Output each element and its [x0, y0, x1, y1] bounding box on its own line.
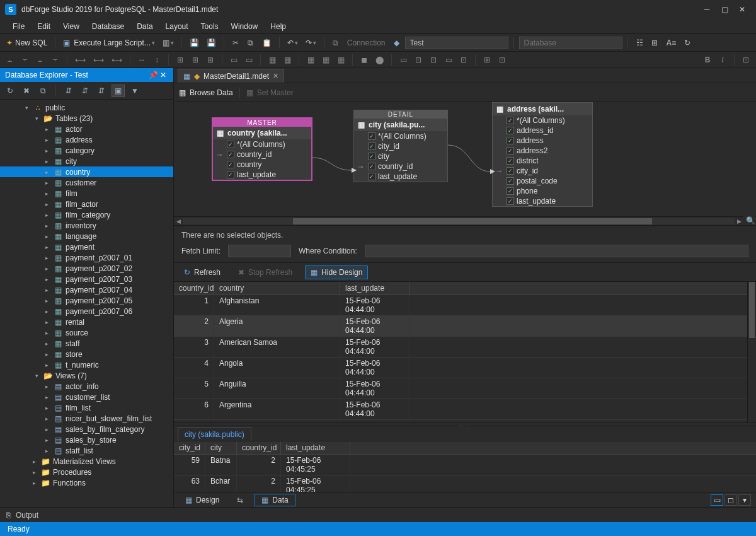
detail-tab[interactable]: city (sakila.public) [178, 427, 251, 441]
panel-close-icon[interactable]: ✕ [158, 71, 168, 79]
refresh-toolbar-icon[interactable]: ↻ [681, 37, 694, 49]
layout-tool-1[interactable]: ⫟ [19, 54, 32, 66]
layout-tool-14[interactable]: ⊞ [204, 54, 217, 66]
maximize-button[interactable]: ▢ [716, 3, 733, 16]
explorer-delete-icon[interactable]: ✖ [20, 84, 33, 97]
entity-country[interactable]: MASTER▦country (sakila...✓*(All Columns)… [212, 117, 312, 181]
layout-tool-30[interactable]: ⊡ [412, 54, 425, 66]
menu-help[interactable]: Help [264, 20, 292, 33]
swap-tab-button[interactable]: ⇆ [231, 494, 249, 506]
explorer-copy-icon[interactable]: ⧉ [37, 84, 49, 97]
entity-city[interactable]: DETAIL▦city (sakila.pu...✓*(All Columns)… [353, 110, 448, 182]
table-row[interactable]: 5Anguilla15-Feb-06 04:44:00 [174, 378, 756, 399]
tree-table-payment_p2007_05[interactable]: ▸▦payment_p2007_05 [0, 295, 173, 306]
database-select[interactable] [519, 37, 622, 49]
tree-view-actor_info[interactable]: ▸▤actor_info [0, 381, 173, 392]
toolbar-dropdown-1[interactable]: ▥ [160, 37, 176, 49]
tool-icon-2[interactable]: ⊞ [648, 37, 661, 49]
tree-table-address[interactable]: ▸▦address [0, 134, 173, 145]
layout-tool-16[interactable]: ▭ [227, 54, 240, 66]
save-icon[interactable]: 💾 [187, 37, 202, 49]
copy-icon[interactable]: ⧉ [244, 37, 257, 49]
tool-icon-3[interactable]: A≡ [663, 37, 679, 49]
tree-table-payment_p2007_03[interactable]: ▸▦payment_p2007_03 [0, 274, 173, 284]
explorer-filter-icon[interactable]: ▼ [129, 84, 141, 97]
layout-tool-3[interactable]: ⫟ [49, 54, 62, 66]
layout-tool-24[interactable]: ▦ [335, 54, 347, 66]
entity-col-address[interactable]: ✓address [493, 136, 592, 146]
cut-icon[interactable]: ✂ [229, 37, 242, 49]
stop-refresh-button[interactable]: ✖Stop Refresh [233, 266, 297, 279]
scroll-thumb[interactable] [293, 218, 651, 224]
zoom-find-icon[interactable]: 🔍 [745, 216, 756, 225]
data-tab[interactable]: ▦Data [255, 494, 295, 506]
layout-tool-9[interactable]: ↔ [135, 54, 148, 66]
explorer-tree1-icon[interactable]: ⇵ [62, 84, 75, 97]
tree-view-customer_list[interactable]: ▸▤customer_list [0, 392, 173, 402]
layout-tool-19[interactable]: ▦ [266, 54, 278, 66]
scroll-right-icon[interactable]: ▶ [735, 218, 743, 224]
layout-tool-36[interactable]: ⊡ [496, 54, 508, 66]
tree-table-customer[interactable]: ▸▦customer [0, 177, 173, 188]
toolbar-overflow-icon[interactable]: ⊡ [740, 54, 752, 66]
entity-col-AllColumns[interactable]: ✓*(All Columns) [354, 131, 447, 141]
tree-table-payment_p2007_06[interactable]: ▸▦payment_p2007_06 [0, 306, 173, 317]
layout-tool-20[interactable]: ▦ [281, 54, 294, 66]
paste-icon[interactable]: 📋 [260, 37, 274, 49]
tool-icon-1[interactable]: ☷ [633, 37, 646, 49]
tree-table-category[interactable]: ▸▦category [0, 145, 173, 156]
layout-tool-22[interactable]: ▦ [304, 54, 317, 66]
view-mode-dropdown[interactable]: ▾ [738, 494, 751, 506]
explorer-tree2-icon[interactable]: ⇵ [79, 84, 91, 97]
layout-tool-12[interactable]: ⊞ [174, 54, 186, 66]
layout-tool-23[interactable]: ▦ [319, 54, 332, 66]
tree-schema[interactable]: ▾⛬public [0, 102, 173, 113]
tree-table-film_actor[interactable]: ▸▦film_actor [0, 199, 173, 209]
entity-col-district[interactable]: ✓district [493, 156, 592, 166]
layout-tool-32[interactable]: ▭ [442, 54, 455, 66]
output-panel-button[interactable]: ⎘ Output [0, 507, 756, 522]
layout-tool-6[interactable]: ⟷ [91, 54, 106, 66]
layout-tool-5[interactable]: ⟷ [72, 54, 88, 66]
tree-folder-procedures[interactable]: ▸📁Procedures [0, 467, 173, 477]
browse-data-button[interactable]: ▦Browse Data [179, 88, 233, 97]
hide-design-button[interactable]: ▦Hide Design [305, 265, 368, 279]
layout-tool-29[interactable]: ▭ [397, 54, 410, 66]
where-input[interactable] [365, 245, 748, 257]
connection-icon[interactable]: ⧉ [329, 37, 342, 49]
entity-col-AllColumns[interactable]: ✓*(All Columns) [493, 115, 592, 125]
layout-tool-31[interactable]: ⊡ [427, 54, 440, 66]
canvas-hscrollbar[interactable]: ◀ ▶ [174, 216, 743, 225]
entity-col-city_id[interactable]: ⊸✓city_id [493, 166, 592, 176]
entity-col-city[interactable]: ✓city [354, 151, 447, 161]
layout-tool-35[interactable]: ⊞ [481, 54, 493, 66]
bold-button[interactable]: B [701, 54, 714, 66]
entity-col-last_update[interactable]: ✓last_update [354, 172, 447, 182]
tree-table-payment[interactable]: ▸▦payment [0, 242, 173, 252]
entity-col-city_id[interactable]: ✓city_id [354, 141, 447, 151]
scroll-left-icon[interactable]: ◀ [174, 218, 183, 224]
tree-view-sales_by_store[interactable]: ▸▤sales_by_store [0, 434, 173, 445]
refresh-button[interactable]: ↻Refresh [179, 266, 226, 279]
layout-tool-26[interactable]: ◼ [358, 54, 370, 66]
table-row[interactable]: 2Algeria15-Feb-06 04:44:00 [174, 316, 756, 337]
tree-table-city[interactable]: ▸▦city [0, 156, 173, 166]
entity-address[interactable]: ▦address (sakil...✓*(All Columns)✓addres… [492, 102, 593, 207]
table-row[interactable]: 1Afghanistan15-Feb-06 04:44:00 [174, 295, 756, 316]
tree-view-staff_list[interactable]: ▸▤staff_list [0, 445, 173, 456]
minimize-button[interactable]: ─ [698, 3, 716, 16]
layout-tool-27[interactable]: ⬤ [373, 54, 386, 66]
tree-table-film_category[interactable]: ▸▦film_category [0, 209, 173, 220]
table-row[interactable]: 4Angola15-Feb-06 04:44:00 [174, 358, 756, 378]
undo-icon[interactable]: ↶ [285, 37, 301, 49]
layout-tool-7[interactable]: ⟷ [109, 54, 125, 66]
pin-icon[interactable]: 📌 [148, 71, 158, 79]
tab-close-icon[interactable]: ✕ [273, 72, 278, 80]
tree[interactable]: ▾⛬public▾📂Tables (23)▸▦actor▸▦address▸▦c… [0, 100, 173, 507]
italic-button[interactable]: I [716, 54, 729, 66]
tree-table-payment_p2007_04[interactable]: ▸▦payment_p2007_04 [0, 284, 173, 295]
tree-table-film[interactable]: ▸▦film [0, 188, 173, 199]
menu-layout[interactable]: Layout [159, 20, 195, 33]
execute-script-button[interactable]: ▣Execute Large Script... [60, 37, 157, 49]
view-mode-1[interactable]: ▭ [711, 494, 723, 506]
